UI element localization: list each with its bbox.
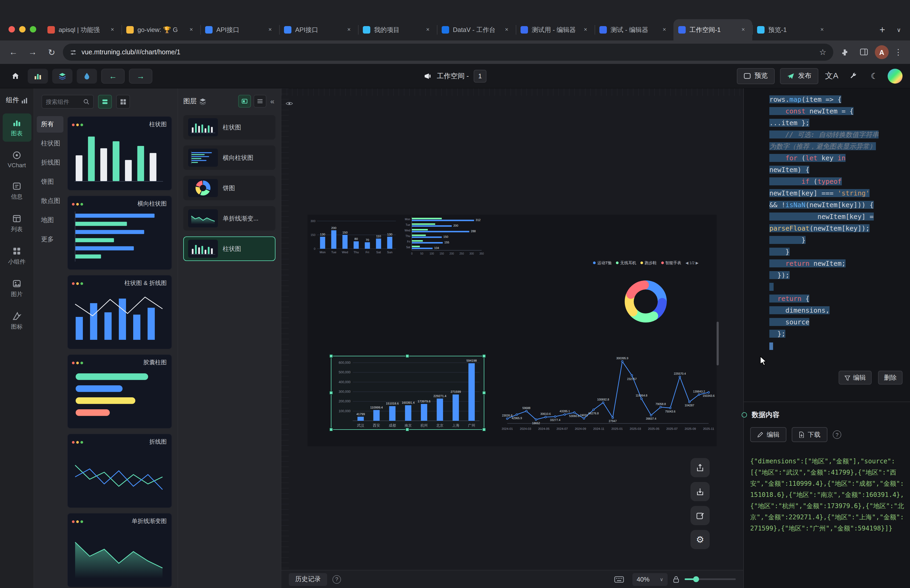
resize-handle[interactable]	[329, 354, 333, 358]
category-item[interactable]: 所有	[37, 116, 63, 132]
filter-delete-button[interactable]: 删除	[878, 371, 902, 384]
filter-edit-button[interactable]: 编辑	[839, 371, 872, 384]
lock-icon[interactable]	[673, 575, 679, 583]
bookmark-star-icon[interactable]: ☆	[819, 47, 826, 57]
tab-search-chevron-icon[interactable]: ∨	[892, 23, 906, 37]
tab-close-icon[interactable]: ×	[581, 26, 590, 34]
component-card[interactable]: 柱状图	[67, 116, 172, 191]
data-edit-button[interactable]: 编辑	[750, 427, 786, 442]
browser-tab[interactable]: API接口 ×	[200, 19, 279, 40]
new-tab-button[interactable]: +	[875, 23, 890, 37]
resize-handle[interactable]	[406, 428, 409, 431]
address-bar[interactable]: vue.mtruning.club/#/chart/home/1 ☆	[63, 44, 833, 61]
selected-bar-chart-widget[interactable]: 600,000500,000400,000300,000200,000100,0…	[331, 356, 484, 430]
redo-button[interactable]: →	[129, 68, 152, 83]
legend-item[interactable]: 跑步鞋	[640, 260, 657, 265]
translate-icon[interactable]: 文A	[824, 68, 840, 84]
close-window-button[interactable]	[8, 26, 15, 32]
resize-handle[interactable]	[406, 354, 409, 358]
dark-mode-moon-icon[interactable]: ☾	[866, 68, 882, 84]
tab-close-icon[interactable]: ×	[345, 26, 353, 34]
layer-thumbnail-view-toggle[interactable]	[238, 95, 251, 108]
download-button[interactable]	[690, 482, 710, 501]
category-item[interactable]: 更多	[37, 231, 63, 248]
home-button[interactable]	[8, 68, 23, 83]
layer-item[interactable]: 柱状图	[183, 236, 275, 261]
legend-pager[interactable]: ◀ 1/2 ▶	[685, 261, 698, 265]
url-text[interactable]: vue.mtruning.club/#/chart/home/1	[81, 48, 815, 56]
resize-handle[interactable]	[329, 428, 333, 431]
refresh-icon[interactable]: ↻	[44, 44, 60, 60]
preview-button[interactable]: 预览	[737, 68, 775, 84]
card-view-toggle[interactable]	[98, 95, 112, 109]
zoom-slider-knob[interactable]	[693, 576, 699, 582]
fullscreen-window-button[interactable]	[30, 26, 36, 32]
workspace-number-input[interactable]: 1	[474, 69, 487, 82]
tab-close-icon[interactable]: ×	[187, 26, 196, 34]
browser-tab[interactable]: 工作空间-1 ×	[674, 19, 752, 40]
sidebar-item-list[interactable]: 列表	[2, 209, 31, 237]
tab-close-icon[interactable]: ×	[423, 26, 432, 34]
tab-close-icon[interactable]: ×	[739, 26, 747, 34]
toggle-components-panel-button[interactable]	[28, 68, 48, 83]
legend-item[interactable]: 无线耳机	[616, 260, 636, 265]
line-chart-widget[interactable]: 23026.842965.9596881865230610.633277.443…	[502, 348, 717, 432]
zoom-select[interactable]: 40% ∨	[632, 573, 668, 586]
toggle-settings-panel-button[interactable]	[77, 68, 97, 83]
layer-item[interactable]: 饼图	[183, 176, 275, 200]
browser-tab[interactable]: apisql | 功能强 ×	[43, 19, 121, 40]
collapse-panel-icon[interactable]: «	[269, 97, 275, 105]
browser-tab[interactable]: 我的项目 ×	[358, 19, 437, 40]
tab-close-icon[interactable]: ×	[818, 26, 826, 34]
horizontal-bar-chart-widget[interactable]: Mon312Tue200Wed288Thu150Fri155Sat1040501…	[400, 215, 493, 256]
canvas-scrollbar[interactable]	[717, 322, 719, 365]
category-item[interactable]: 地图	[37, 212, 63, 228]
export-button[interactable]	[690, 458, 710, 477]
side-panel-icon[interactable]	[856, 44, 872, 60]
sidebar-item-chart[interactable]: 图表	[2, 113, 31, 142]
extensions-puzzle-icon[interactable]	[836, 44, 852, 60]
sidebar-item-icon[interactable]: 图标	[2, 307, 31, 335]
layer-item[interactable]: 单折线渐变...	[183, 206, 275, 231]
history-button[interactable]: 历史记录	[289, 573, 327, 586]
grid-view-toggle[interactable]	[116, 95, 130, 109]
browser-tab[interactable]: 测试 - 编辑器 ×	[595, 19, 674, 40]
browser-tab[interactable]: 预览-1 ×	[752, 19, 831, 40]
bar-chart-widget[interactable]: 3001500130Mon200Tue150Wed80Thu70Fri110Sa…	[307, 215, 398, 255]
component-card[interactable]: 胶囊柱图	[67, 354, 172, 429]
component-card[interactable]: 横向柱状图	[67, 195, 172, 270]
edit-button[interactable]	[690, 506, 710, 525]
resize-handle[interactable]	[329, 391, 333, 394]
filter-code-editor[interactable]: rows.map(item => { const newItem = {...i…	[744, 94, 910, 352]
site-settings-icon[interactable]	[70, 49, 77, 56]
component-card[interactable]: 折线图	[67, 433, 172, 508]
tab-close-icon[interactable]: ×	[660, 26, 669, 34]
zoom-slider[interactable]	[685, 576, 736, 582]
wrench-icon[interactable]	[845, 68, 861, 84]
category-item[interactable]: 柱状图	[37, 135, 63, 152]
browser-tab[interactable]: API接口 ×	[279, 19, 358, 40]
data-download-button[interactable]: 下载	[792, 427, 828, 442]
category-item[interactable]: 饼图	[37, 174, 63, 190]
eye-icon[interactable]	[286, 101, 293, 106]
help-icon[interactable]: ?	[333, 575, 341, 583]
resize-handle[interactable]	[482, 354, 486, 358]
sidebar-item-vchart[interactable]: VChart	[2, 146, 31, 173]
component-card[interactable]: 单折线渐变图	[67, 513, 172, 588]
browser-tab[interactable]: 测试用 - 编辑器 ×	[516, 19, 595, 40]
search-input[interactable]	[42, 95, 94, 109]
data-json-content[interactable]: {"dimensions":["地区","金额"],"source":[{"地区…	[750, 456, 905, 534]
minimize-window-button[interactable]	[19, 26, 26, 32]
settings-button[interactable]: ⚙	[690, 530, 710, 549]
toggle-layers-panel-button[interactable]	[52, 68, 73, 83]
tab-close-icon[interactable]: ×	[503, 26, 511, 34]
browser-menu-icon[interactable]: ⋮	[892, 47, 905, 57]
artboard[interactable]: 3001500130Mon200Tue150Wed80Thu70Fri110Sa…	[307, 215, 717, 446]
shortcut-keyboard-icon[interactable]	[611, 571, 627, 587]
layer-item[interactable]: 柱状图	[183, 115, 275, 139]
user-avatar[interactable]	[887, 68, 902, 83]
sidebar-item-image[interactable]: 图片	[2, 274, 31, 302]
category-item[interactable]: 折线图	[37, 155, 63, 171]
design-canvas[interactable]: 3001500130Mon200Tue150Wed80Thu70Fri110Sa…	[281, 89, 743, 588]
legend-item[interactable]: 运动T恤	[593, 260, 612, 265]
